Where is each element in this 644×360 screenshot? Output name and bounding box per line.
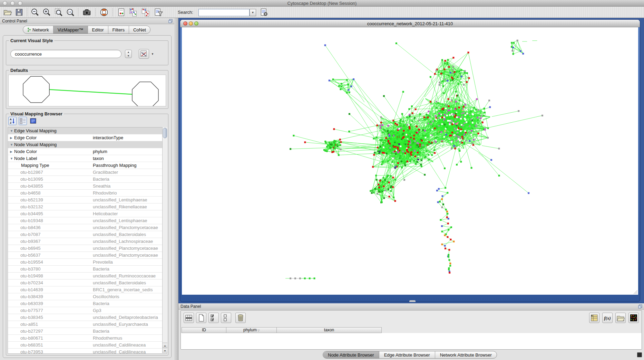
network-graph[interactable] [182,27,638,295]
visual-style-stepper[interactable]: ▲▼ [125,50,132,58]
vmb-row[interactable]: otu-b52139unclassified_Lentisphaerae [8,197,166,203]
vmb-row[interactable]: otu-b19554Prevotella [8,259,166,266]
scroll-down-icon[interactable]: ▼ [163,348,167,353]
tab-node-attribute-browser[interactable]: Node Attribute Browser [323,351,379,358]
tab-filters[interactable]: Filters [108,26,129,34]
attribute-grid-icon[interactable] [184,313,194,323]
open-network-icon[interactable] [3,8,12,17]
vmb-row[interactable]: otu-b5637unclassified_Planctomycetaceae [8,252,166,259]
collapsed-arrow-icon[interactable]: ▶ [10,150,14,153]
vmb-row[interactable]: otu-b70234unclassified_Bacteroidales [8,280,166,286]
vmb-scrollbar-thumb[interactable] [163,128,167,138]
vmb-row[interactable]: ▼Node Visual Mapping [8,141,166,148]
zoom-fit-icon[interactable]: 1:1 [66,8,75,17]
vmb-row[interactable]: ▼Edge Visual Mapping [8,127,166,134]
network-window[interactable]: cooccurrence_network_2012-05-21-11-410 [180,20,640,302]
vmb-row[interactable]: otu-b7087unclassified_Bacteroidales [8,231,166,238]
vmb-row[interactable]: otu-b4658Rhodovibrio [8,190,166,197]
vmb-row[interactable]: otu-b19348unclassified_Lentisphaerae [8,217,166,224]
expanded-arrow-icon[interactable]: ▼ [10,143,14,146]
unselect-attributes-icon[interactable] [221,313,231,323]
vmb-row[interactable]: ▶Edge ColorinteractionType [8,134,166,141]
zoom-out-icon[interactable] [30,8,40,17]
zoom-selected-icon[interactable] [54,8,63,17]
vmb-row[interactable]: ▼Node Labeltaxon [8,155,166,162]
network-overview-icon[interactable] [128,8,138,17]
defaults-preview-canvas[interactable] [8,75,166,106]
vmb-row[interactable]: otu-b12867Gracilibacter [8,169,166,176]
tab-editor[interactable]: Editor [88,26,108,34]
filter-icon[interactable] [154,8,163,17]
tab-network-attribute-browser[interactable]: Network Attribute Browser [435,351,497,358]
sort-icon[interactable]: AZ [8,117,17,125]
save-session-icon[interactable] [14,8,24,17]
column-header-phylum[interactable]: phylum ▽ [226,327,277,333]
zoom-in-icon[interactable] [42,8,51,17]
network-window-titlebar[interactable]: cooccurrence_network_2012-05-21-11-410 [180,20,640,27]
vmb-row[interactable]: otu-b3780Bacteria [8,266,166,273]
search-config-icon[interactable] [260,8,269,17]
tab-edge-attribute-browser[interactable]: Edge Attribute Browser [379,351,435,358]
tab-network[interactable]: Network [23,26,53,34]
window-titlebar[interactable]: Cytoscape Desktop (New Session) [0,0,644,7]
new-attribute-icon[interactable] [196,313,206,323]
data-panel-header[interactable]: Data Panel [178,303,644,310]
vmb-row[interactable]: otu-b34495Helicobacter [8,210,166,217]
vmb-row[interactable]: otu-b38439Oscillochloris [8,293,166,300]
annotation-icon[interactable] [117,8,126,17]
column-header-id[interactable]: ID [182,327,226,333]
vmb-row[interactable]: otu-a851unclassified_Euryarchaeota [8,321,166,328]
float-panel-icon[interactable] [638,304,642,309]
vmb-row[interactable]: otu-b43855Sneathia [8,183,166,190]
style-options-caret[interactable]: ▼ [151,53,154,56]
vmb-row[interactable]: otu-b77577Gp3 [8,307,166,314]
vmb-row[interactable]: otu-b19498unclassified_Ruminococcaceae [8,273,166,280]
vmb-row[interactable]: otu-b9367unclassified_Lachnospiraceae [8,238,166,245]
attribute-table-icon[interactable] [589,313,599,323]
import-attributes-icon[interactable] [615,313,626,323]
vmb-row[interactable]: otu-b8436unclassified_Planctomycetaceae [8,224,166,231]
vmb-row[interactable]: otu-b68351unclassified_Caldilineacea [8,342,166,349]
expanded-arrow-icon[interactable]: ▼ [10,129,14,133]
vmb-row[interactable]: otu-b32132unclassified_Rikenellaceae [8,203,166,210]
panel-resize-grip[interactable] [637,352,642,357]
vmb-row[interactable]: otu-b27297Bacteria [8,328,166,335]
matrix-icon[interactable] [628,313,639,323]
split-pane-handle[interactable] [409,300,416,302]
panel-splitter[interactable] [174,18,178,360]
vmb-row[interactable]: otu-b80671Rhodothermus [8,335,166,342]
visual-style-combobox[interactable]: cooccurrence [10,50,121,58]
vmb-row[interactable]: Mapping TypePassthrough Mapping [8,162,166,169]
properties-icon[interactable] [29,117,37,125]
vmb-row[interactable]: otu-b13095Bacteria [8,176,166,183]
float-panel-icon[interactable] [168,19,173,23]
canvas-resize-grip[interactable] [633,289,638,294]
expand-tree-icon[interactable] [19,117,27,125]
tab-vizmapper[interactable]: VizMapper™ [53,26,88,34]
snapshot-icon[interactable] [82,8,91,17]
collapsed-arrow-icon[interactable]: ▶ [10,136,14,140]
vmb-row[interactable]: otu-b63039Bacteria [8,300,166,307]
function-builder-icon[interactable]: f(x) [602,313,613,323]
search-dropdown-button[interactable]: ▼ [250,9,256,16]
vmb-row[interactable]: otu-b38345unclassified_Deltaproteobacter… [8,314,166,321]
delete-attribute-icon[interactable] [235,313,246,323]
control-panel-header[interactable]: Control Panel [0,18,174,24]
network-canvas[interactable] [182,27,638,295]
tab-conet[interactable]: CoNet [129,26,150,34]
expanded-arrow-icon[interactable]: ▼ [10,157,14,160]
vmb-row[interactable]: otu-b73953unclassified_Caldilineacea [8,349,166,354]
attribute-table-body[interactable] [181,333,642,350]
vmb-row[interactable]: otu-b6945unclassified_Planctomycetaceae [8,245,166,252]
style-options-button[interactable] [139,49,149,59]
column-header-taxon[interactable]: taxon [277,327,382,333]
vmb-mapping-list[interactable]: ▼Edge Visual Mapping▶Edge Colorinteracti… [8,127,167,354]
network-modify-icon[interactable] [141,8,150,17]
vmb-row[interactable]: otu-b14639BRC1_genera_incertae_sedis [8,286,166,293]
scroll-up-icon[interactable]: ▲ [163,343,167,348]
vmb-row[interactable]: ▶Node Colorphylum [8,148,166,155]
vmb-scrollbar[interactable]: ▲ ▼ [162,127,167,353]
search-input[interactable] [198,9,250,16]
help-icon[interactable] [99,8,109,17]
select-attributes-icon[interactable] [208,313,219,323]
